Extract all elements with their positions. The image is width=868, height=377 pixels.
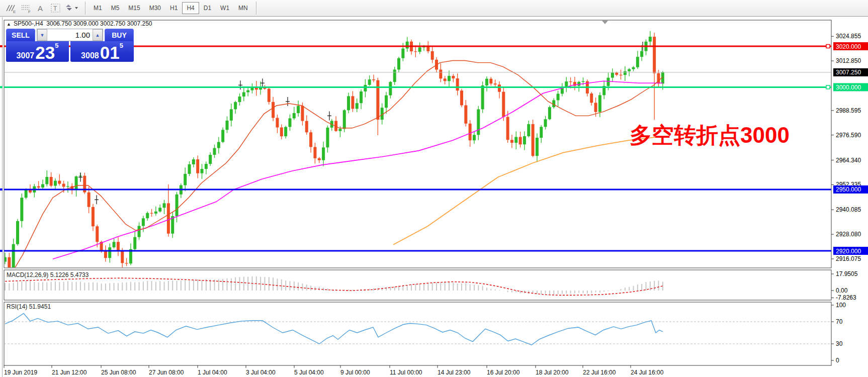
x-axis-label: 25 Jun 08:00: [101, 369, 136, 376]
chart-window: ▲SP500-,H4 3006.750 3009.000 3002.750 30…: [0, 17, 868, 377]
price-axis[interactable]: 3024.8553012.8502988.5952976.5902964.340…: [831, 33, 868, 262]
timeframe-button-mn[interactable]: MN: [234, 2, 252, 14]
x-axis-label: 19 Jun 2019: [4, 369, 37, 376]
timeframe-button-h1[interactable]: H1: [165, 2, 182, 14]
text-box-icon[interactable]: T: [49, 2, 62, 15]
chart-svg: 3024.8553012.8502988.5952976.5902964.340…: [0, 17, 868, 377]
rsi-indicator-label: RSI(14) 51.9451: [7, 303, 51, 310]
volume-increase-button[interactable]: ▲: [93, 29, 103, 41]
buy-button[interactable]: BUY: [105, 29, 134, 41]
sell-button[interactable]: SELL: [6, 29, 35, 41]
x-axis-label: 18 Jul 20:00: [536, 369, 569, 376]
timeframe-button-h4[interactable]: H4: [182, 2, 199, 14]
text-label-icon[interactable]: A: [34, 2, 47, 15]
y-axis-label: 3024.855: [836, 33, 861, 40]
indicators-icon[interactable]: E: [4, 2, 17, 15]
buy-price-sup: 5: [120, 42, 123, 49]
toolbar-separator: [85, 2, 85, 15]
y-axis-label: 2928.080: [836, 231, 861, 238]
panel-collapse-icon[interactable]: ▲: [7, 22, 11, 27]
svg-text:T: T: [53, 5, 57, 12]
macd-axis: 17.95050.00-7.8263: [831, 270, 858, 301]
rsi-panel[interactable]: [4, 302, 831, 365]
rsi-axis-label: 0: [836, 357, 839, 364]
x-axis-label: 21 Jun 12:00: [52, 369, 87, 376]
x-axis-label: 5 Jul 04:00: [294, 369, 324, 376]
macd-indicator-label: MACD(12,26,9) 5.1226 5.4733: [7, 271, 89, 278]
x-axis-label: 27 Jun 08:00: [149, 369, 184, 376]
sell-price-big: 23: [35, 45, 55, 60]
x-axis-label: 1 Jul 04:00: [198, 369, 227, 376]
x-axis-label: 3 Jul 04:00: [246, 369, 276, 376]
price-badge-label: 3007.250: [836, 69, 861, 76]
timeframe-button-m15[interactable]: M15: [124, 2, 144, 14]
hline-handle[interactable]: [826, 85, 830, 89]
x-axis-label: 11 Jul 00:00: [390, 369, 422, 376]
volume-group: ▼ ▲: [37, 29, 103, 41]
x-axis-label: 22 Jul 16:00: [583, 369, 616, 376]
one-click-trade-panel: SELL ▼ ▲ BUY 3007 23 5 3008 01 5: [6, 29, 134, 62]
timeframe-button-m1[interactable]: M1: [89, 2, 107, 14]
chart-header: ▲SP500-,H4 3006.750 3009.000 3002.750 30…: [7, 20, 152, 27]
svg-text:F: F: [28, 10, 31, 14]
svg-text:A: A: [38, 4, 43, 13]
x-axis-label: 14 Jul 23:00: [438, 369, 471, 376]
buy-price-big: 01: [100, 45, 120, 60]
y-axis-label: 3012.850: [836, 57, 861, 64]
y-axis-label: 2976.590: [836, 132, 861, 139]
volume-input[interactable]: [47, 29, 93, 41]
macd-axis-label: 17.9505: [836, 270, 858, 277]
rsi-axis-label: 30: [836, 340, 843, 347]
y-axis-label: 2964.340: [836, 157, 861, 164]
svg-text:E: E: [13, 10, 16, 14]
sell-price-sup: 5: [55, 42, 58, 49]
chart-text-annotation[interactable]: 多空转折点3000: [630, 121, 790, 150]
buy-price-box[interactable]: 3008 01 5: [70, 41, 134, 62]
hline-handle[interactable]: [826, 45, 830, 48]
sell-price-small: 3007: [17, 51, 35, 60]
price-badge-label: 3020.000: [836, 43, 861, 50]
timeframe-button-w1[interactable]: W1: [216, 2, 234, 14]
timeframe-button-d1[interactable]: D1: [199, 2, 216, 14]
objects-arrows-icon[interactable]: [64, 2, 79, 15]
y-axis-label: 2940.085: [836, 206, 861, 213]
price-badge-label: 2950.000: [836, 186, 861, 193]
sell-price-box[interactable]: 3007 23 5: [6, 41, 69, 62]
rsi-axis-label: 70: [836, 318, 843, 325]
price-badge-label: 2920.000: [836, 248, 861, 255]
toolbar: EFATM1M5M15M30H1H4D1W1MN: [0, 0, 868, 17]
macd-axis-label: -7.8263: [836, 294, 856, 301]
macd-panel[interactable]: [4, 270, 831, 300]
buy-price-small: 3008: [81, 51, 99, 60]
timeframe-button-m30[interactable]: M30: [145, 2, 165, 14]
ohlc-values: 3006.750 3009.000 3002.750 3007.250: [46, 20, 152, 27]
y-axis-label: 2916.075: [836, 255, 861, 262]
symbol-title: SP500-,H4: [14, 20, 43, 27]
timeframe-button-m5[interactable]: M5: [107, 2, 124, 14]
price-badge-label: 3000.000: [836, 84, 861, 91]
volume-decrease-button[interactable]: ▼: [37, 29, 47, 41]
x-axis-label: 24 Jul 16:00: [631, 369, 664, 376]
x-axis-label: 9 Jul 00:00: [340, 369, 370, 376]
y-axis-label: 2988.595: [836, 107, 861, 114]
grid-icon[interactable]: F: [19, 2, 32, 15]
x-axis-label: 16 Jul 20:00: [487, 369, 520, 376]
rsi-axis: 10070300: [831, 302, 846, 364]
macd-axis-label: 0.00: [836, 287, 848, 294]
toolbar-separator: [256, 2, 256, 15]
time-axis[interactable]: 19 Jun 201921 Jun 12:0025 Jun 08:0027 Ju…: [4, 365, 664, 376]
rsi-axis-label: 100: [836, 302, 846, 309]
